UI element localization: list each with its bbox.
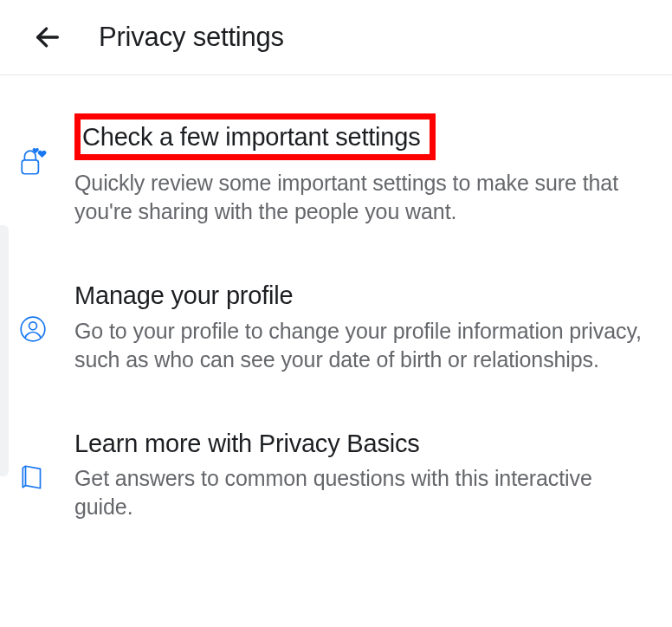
scrollbar-track[interactable]	[0, 225, 9, 476]
item-title: Manage your profile	[74, 280, 644, 311]
arrow-left-icon	[33, 23, 62, 52]
header: Privacy settings	[0, 0, 672, 75]
setting-privacy-basics[interactable]: Learn more with Privacy Basics Get answe…	[16, 428, 644, 521]
item-body: Learn more with Privacy Basics Get answe…	[50, 428, 644, 521]
item-desc: Go to your profile to change your profil…	[74, 317, 644, 374]
item-desc: Get answers to common questions with thi…	[74, 464, 644, 521]
svg-rect-1	[22, 160, 38, 174]
settings-list: Check a few important settings Quickly r…	[0, 75, 672, 530]
lock-heart-icon	[16, 113, 50, 178]
person-circle-icon	[16, 280, 50, 344]
book-icon	[16, 428, 50, 492]
item-desc: Quickly review some important settings t…	[74, 169, 644, 226]
item-title: Learn more with Privacy Basics	[74, 428, 644, 459]
setting-check-important[interactable]: Check a few important settings Quickly r…	[16, 113, 644, 226]
page-title: Privacy settings	[99, 22, 284, 53]
item-body: Manage your profile Go to your profile t…	[50, 280, 644, 373]
setting-manage-profile[interactable]: Manage your profile Go to your profile t…	[16, 280, 644, 373]
item-title: Check a few important settings	[82, 123, 421, 151]
highlight-box: Check a few important settings	[74, 113, 436, 160]
back-button[interactable]	[31, 21, 64, 54]
svg-point-3	[29, 322, 37, 330]
item-body: Check a few important settings Quickly r…	[50, 113, 644, 226]
